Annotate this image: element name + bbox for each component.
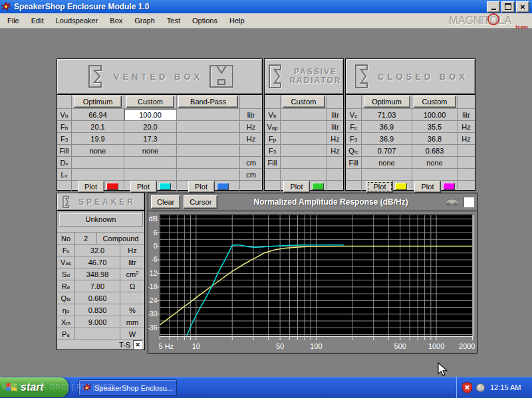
plot-color-swatch (106, 183, 118, 190)
speaker-eta-value: 0.830 (75, 304, 120, 316)
taskbar-task-speakershop[interactable]: SpeakerShop Enclosu... (78, 379, 177, 396)
table-row: No 2 Compound (57, 233, 144, 245)
passive-custom-button[interactable]: Custom (283, 96, 325, 108)
closed-plot-custom-button[interactable]: Plot (414, 181, 441, 193)
passive-vap-custom[interactable] (281, 121, 327, 132)
vented-plot-row: Plot Plot Plot (57, 181, 262, 192)
tray-clock: 12:15 AM (490, 383, 521, 391)
y-tick-label: 0 (154, 242, 158, 250)
closed-fill-custom[interactable]: none (412, 157, 458, 168)
row-label: Pe (57, 328, 75, 340)
security-shield-icon[interactable] (462, 382, 472, 393)
table-row (346, 169, 475, 181)
row-label: Vc (346, 109, 362, 120)
passive-plot-row: Plot (265, 181, 343, 192)
y-axis-label: dB (149, 215, 158, 223)
row-label: F3 (265, 145, 281, 156)
vented-vb-custom[interactable]: 100.00 (124, 109, 177, 120)
vented-f3-custom[interactable]: 17.3 (124, 133, 177, 144)
minimize-icon (491, 9, 496, 10)
menu-edit[interactable]: Edit (25, 15, 50, 27)
row-label: ηo (57, 304, 75, 316)
vented-optimum-button[interactable]: Optimum (74, 96, 122, 108)
table-row: Fill none none (57, 145, 262, 157)
vented-fb-custom[interactable]: 20.0 (124, 121, 177, 132)
closed-f3-custom[interactable]: 36.8 (412, 133, 458, 144)
start-button[interactable]: start (0, 377, 68, 397)
speaker-header: SPEAKER (57, 193, 145, 211)
plot-color-swatch (312, 183, 324, 190)
ts-checkbox[interactable]: ✕ (133, 340, 142, 349)
menu-loudspeaker[interactable]: Loudspeaker (50, 15, 104, 27)
speaker-driver-icon (84, 64, 108, 89)
x-tick-label: 500 (394, 342, 406, 350)
vented-plot-optimum-button[interactable]: Plot (78, 181, 104, 193)
passive-radiator-title: PASSIVERADIATOR (289, 68, 341, 85)
table-row: Dv cm (57, 157, 262, 169)
app-icon (1, 2, 11, 11)
closed-vc-custom[interactable]: 100.00 (412, 109, 458, 120)
vented-fb-optimum: 20.1 (72, 121, 124, 132)
mouse-cursor (438, 362, 452, 378)
vented-plot-custom-button[interactable]: Plot (130, 181, 157, 193)
closed-plot-optimum-button[interactable]: Plot (366, 181, 393, 193)
speaker-count[interactable]: 2 (75, 233, 97, 244)
closed-f3-optimum: 36.9 (362, 133, 412, 144)
speaker-driver-icon (352, 63, 372, 90)
unit-label: litr (240, 109, 262, 120)
menu-box[interactable]: Box (104, 15, 128, 27)
menu-file[interactable]: File (1, 15, 25, 27)
vented-bandpass-button[interactable]: Band-Pass (178, 96, 238, 108)
row-label: Re (57, 280, 75, 292)
row-label: Sd (57, 268, 75, 280)
table-row: Qtc 0.707 0.683 (346, 145, 475, 157)
passive-fill-custom[interactable] (281, 157, 327, 168)
table-row: Fp Hz (265, 133, 343, 145)
display-toggle-button[interactable] (464, 197, 474, 207)
car-icon[interactable] (444, 198, 460, 206)
volume-icon[interactable] (475, 383, 485, 393)
row-label: Dv (57, 157, 72, 168)
minimize-button[interactable] (487, 1, 500, 13)
vented-custom-button[interactable]: Custom (126, 96, 174, 108)
row-label: F3 (57, 133, 72, 144)
table-row: Fc 36.9 35.5 Hz (346, 121, 475, 133)
closed-qtc-custom[interactable]: 0.683 (412, 145, 458, 156)
plot-color-swatch (159, 183, 171, 190)
speaker-wiring-type[interactable]: Compound (97, 233, 144, 244)
closed-fc-custom[interactable]: 35.5 (412, 121, 458, 132)
passive-fp-custom[interactable] (281, 133, 327, 144)
clear-button[interactable]: Clear (151, 195, 180, 209)
row-label: Vb (57, 109, 72, 120)
vented-fill-custom[interactable]: none (124, 145, 177, 156)
speaker-title: SPEAKER (78, 197, 136, 207)
row-label: Qtc (346, 145, 362, 156)
table-row: Vap litr (265, 121, 343, 133)
y-tick-label: -18 (148, 282, 158, 290)
cursor-button[interactable]: Cursor (184, 195, 217, 209)
closed-custom-button[interactable]: Custom (414, 96, 456, 108)
passive-plot-button[interactable]: Plot (283, 181, 310, 193)
closed-optimum-button[interactable]: Optimum (364, 96, 410, 108)
row-label: Fs (57, 245, 75, 256)
vented-f3-optimum: 19.9 (72, 133, 124, 144)
menu-test[interactable]: Test (161, 15, 186, 27)
speaker-name: Unknown (59, 213, 143, 227)
amplitude-response-chart: dB60-6-12-18-24-30-365 Hz105010050010002… (148, 211, 477, 353)
unit-label: Hz (327, 145, 343, 156)
restore-button[interactable] (501, 1, 515, 13)
vented-plot-bandpass-button[interactable]: Plot (188, 181, 215, 193)
closed-vc-optimum: 71.03 (362, 109, 412, 120)
passive-f3-custom[interactable] (281, 145, 327, 156)
row-label: Vap (265, 121, 281, 132)
unit-label: W (120, 328, 144, 340)
menu-graph[interactable]: Graph (128, 15, 161, 27)
passive-vb-custom[interactable] (281, 109, 327, 120)
unit-label: cm (240, 157, 262, 168)
closed-qtc-optimum: 0.707 (362, 145, 412, 156)
close-button[interactable]: ✕ (516, 1, 529, 13)
unit-label: Hz (120, 245, 144, 256)
menu-options[interactable]: Options (186, 15, 223, 27)
menu-help[interactable]: Help (223, 15, 251, 27)
x-tick-label: 5 Hz (159, 342, 174, 350)
